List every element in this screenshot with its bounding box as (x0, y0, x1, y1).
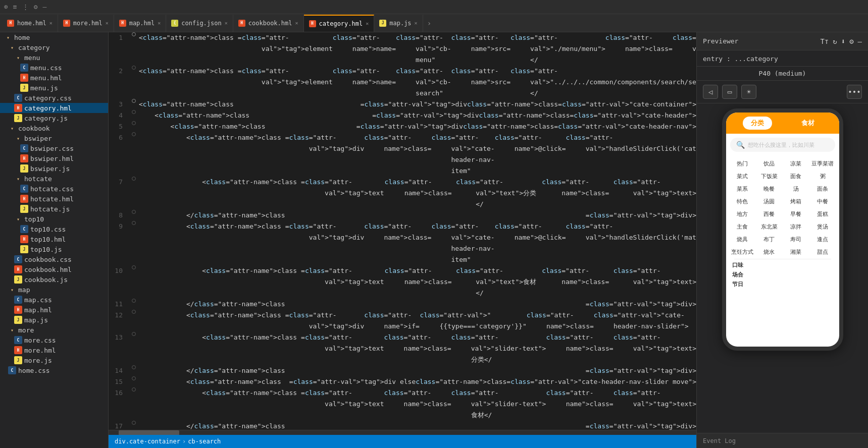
tab-close-home[interactable]: ✕ (49, 20, 53, 26)
phone-grid-cell-4-3[interactable]: 蛋糕 (810, 208, 835, 220)
sidebar-item-home[interactable]: ▾home (0, 32, 108, 42)
icon-download[interactable]: ⬇ (841, 37, 845, 45)
phone-grid-cell-2-3[interactable]: 面条 (810, 183, 835, 195)
phone-grid-cell-0-0[interactable]: 热门 (730, 158, 755, 170)
tab-close-cookbook[interactable]: ✕ (295, 20, 298, 26)
phone-grid-cell-7-1[interactable]: 烧水 (757, 246, 782, 258)
sidebar-item-menu-css[interactable]: Cmenu.css (0, 63, 108, 73)
sidebar-item-bswiper[interactable]: ▾bswiper (0, 133, 108, 143)
sidebar-item-map-hml[interactable]: Hmap.hml (0, 305, 108, 315)
sidebar-item-bswiper-css[interactable]: Cbswiper.css (0, 143, 108, 153)
icon-circle[interactable]: ⊕ (4, 3, 8, 11)
line-content-6[interactable]: <class="attr-name">class (139, 132, 285, 143)
tab-close-map[interactable]: ✕ (158, 20, 161, 26)
icon-refresh[interactable]: ↻ (833, 37, 837, 45)
line-content-16[interactable]: <class="attr-name">class (139, 387, 301, 399)
icon-kebab[interactable]: ⋮ (22, 3, 29, 11)
phone-grid-cell-1-2[interactable]: 面食 (784, 171, 808, 182)
phone-grid-cell-3-2[interactable]: 烤箱 (784, 196, 808, 207)
sidebar-item-menu-hml[interactable]: Hmenu.hml (0, 73, 108, 83)
line-content-2[interactable]: <class="attr-name">class (139, 66, 238, 77)
phone-grid-cell-7-0[interactable]: 烹饪方式 (730, 246, 755, 258)
breadcrumb-part-1[interactable]: cb-search (188, 438, 221, 445)
tab-map[interactable]: H map.hml ✕ (114, 15, 167, 32)
line-content-7[interactable]: <class="attr-name">class (139, 177, 301, 188)
horizontal-scrollbar[interactable] (109, 430, 696, 435)
tab-mapjs[interactable]: J map.js ✕ (374, 15, 423, 32)
sidebar-item-category[interactable]: ▾category (0, 42, 108, 52)
sidebar-item-bswiper-hml[interactable]: Hbswiper.hml (0, 153, 108, 163)
sidebar-item-cookbook-hml[interactable]: Hcookbook.hml (0, 264, 108, 274)
tab-close-config[interactable]: ✕ (225, 20, 228, 26)
more-button[interactable]: ••• (847, 85, 862, 99)
sidebar-item-hotcate-hml[interactable]: Hhotcate.hml (0, 194, 108, 204)
icon-gear[interactable]: ⚙ (849, 37, 853, 45)
line-content-3[interactable]: <class="attr-name">class (139, 99, 361, 110)
tab-overflow-button[interactable]: › (423, 19, 435, 27)
sidebar-item-menu[interactable]: ▾menu (0, 52, 108, 63)
tab-config[interactable]: { config.json ✕ (166, 15, 233, 32)
line-content-12[interactable]: <class="attr-name">class (139, 310, 285, 321)
sidebar-item-cookbook-js[interactable]: Jcookbook.js (0, 274, 108, 285)
phone-tab-material[interactable]: 食材 (793, 117, 823, 130)
tab-close-mapjs[interactable]: ✕ (415, 20, 418, 26)
sidebar-item-top10-css[interactable]: Ctop10.css (0, 224, 108, 234)
phone-grid-cell-6-3[interactable]: 逢点 (810, 234, 835, 245)
phone-grid-cell-2-1[interactable]: 晚餐 (757, 183, 782, 195)
sidebar-item-hotcate[interactable]: ▾hotcate (0, 174, 108, 184)
sidebar-item-more[interactable]: ▾more (0, 325, 108, 335)
phone-grid-cell-5-0[interactable]: 主食 (730, 221, 755, 233)
sidebar-item-map-js[interactable]: Jmap.js (0, 315, 108, 325)
breadcrumb-part-0[interactable]: div.cate-container (115, 438, 180, 445)
sidebar-item-top10-hml[interactable]: Htop10.hml (0, 234, 108, 244)
phone-grid-cell-6-1[interactable]: 布丁 (757, 234, 782, 245)
phone-grid-cell-4-1[interactable]: 西餐 (757, 208, 782, 220)
sidebar-item-category-css[interactable]: Ccategory.css (0, 93, 108, 103)
sidebar-item-hotcate-css[interactable]: Chotcate.css (0, 184, 108, 194)
line-content-14[interactable]: </class="attr-name">class (139, 365, 586, 376)
phone-search-bar[interactable]: 🔍 想吃什么搜这里，比如川菜 (730, 138, 835, 152)
phone-grid-cell-2-2[interactable]: 汤 (784, 183, 808, 195)
sidebar-item-top10-js[interactable]: Jtop10.js (0, 244, 108, 254)
line-content-13[interactable]: <class="attr-name">class (139, 332, 301, 343)
sidebar-item-menu-js[interactable]: Jmenu.js (0, 83, 108, 93)
phone-grid-cell-1-0[interactable]: 菜式 (730, 171, 755, 182)
phone-grid-cell-0-3[interactable]: 豆季菜谱 (810, 158, 835, 170)
phone-grid-cell-5-2[interactable]: 凉拌 (784, 221, 808, 233)
tab-close-category[interactable]: ✕ (366, 21, 369, 26)
back-button[interactable]: ◁ (703, 85, 718, 99)
phone-grid-cell-8-0[interactable]: 口味 (732, 262, 743, 268)
phone-grid-cell-1-3[interactable]: 粥 (810, 171, 835, 182)
brightness-button[interactable]: ☀ (741, 85, 756, 99)
phone-grid-cell-3-0[interactable]: 特色 (730, 196, 755, 207)
phone-grid-cell-4-0[interactable]: 地方 (730, 208, 755, 220)
phone-grid-cell-5-3[interactable]: 煲汤 (810, 221, 835, 233)
sidebar-item-more-css[interactable]: Cmore.css (0, 335, 108, 345)
icon-font-size[interactable]: Tт (820, 37, 829, 45)
sidebar-item-map-css[interactable]: Cmap.css (0, 295, 108, 305)
sidebar-item-more-js[interactable]: Jmore.js (0, 355, 108, 365)
tab-cookbook[interactable]: H cookbook.hml ✕ (233, 15, 304, 32)
icon-minimize[interactable]: — (42, 3, 46, 11)
tab-category[interactable]: H category.hml ✕ (304, 15, 375, 32)
icon-settings[interactable]: ⚙ (34, 3, 38, 11)
sidebar-item-hotcate-js[interactable]: Jhotcate.js (0, 204, 108, 214)
phone-grid-cell-6-0[interactable]: 烧具 (730, 234, 755, 245)
sidebar-item-more-hml[interactable]: Hmore.hml (0, 345, 108, 355)
sidebar-item-cookbook[interactable]: ▾cookbook (0, 123, 108, 133)
line-content-10[interactable]: <class="attr-name">class (139, 265, 301, 276)
line-content-11[interactable]: </class="attr-name">class (139, 299, 586, 310)
sidebar-item-cookbook-css[interactable]: Ccookbook.css (0, 254, 108, 264)
tab-close-more[interactable]: ✕ (106, 20, 109, 26)
line-content-1[interactable]: <class="attr-name">class (139, 32, 238, 43)
phone-grid-cell-1-1[interactable]: 下饭菜 (757, 171, 782, 182)
line-content-9[interactable]: <class="attr-name">class (139, 221, 285, 232)
line-content-5[interactable]: <class="attr-name">class (139, 121, 356, 132)
device-view-button[interactable]: ▭ (722, 85, 737, 99)
sidebar-item-top10[interactable]: ▾top10 (0, 214, 108, 224)
icon-menu[interactable]: ≡ (13, 3, 17, 11)
phone-grid-cell-4-2[interactable]: 早餐 (784, 208, 808, 220)
phone-grid-cell-6-2[interactable]: 寿司 (784, 234, 808, 245)
phone-tab-category[interactable]: 分类 (743, 117, 772, 130)
icon-close[interactable]: — (858, 37, 862, 45)
